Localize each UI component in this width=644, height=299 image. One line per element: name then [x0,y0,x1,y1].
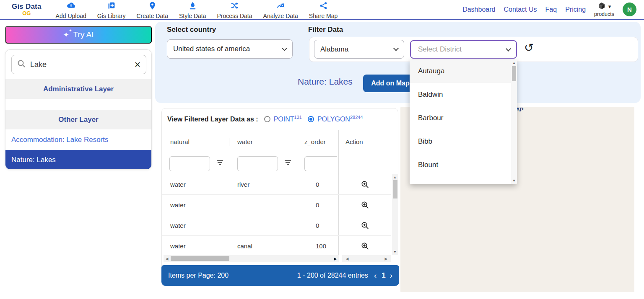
radio-polygon-label: POLYGON28244 [317,115,363,123]
col-water[interactable]: water [237,138,253,145]
scroll-thumb[interactable] [171,256,229,261]
filtered-data-table: View Filtered Layer Data as : POINT131 P… [161,108,398,286]
district-option-autauga[interactable]: Autauga [410,59,511,83]
filter-input-z-order[interactable] [304,156,337,171]
share-icon [319,1,328,12]
zoom-in-icon[interactable] [338,174,391,194]
process-arrows-icon [230,1,239,12]
nav-link-faq[interactable]: Faq [545,6,557,13]
nav-link-dashboard[interactable]: Dashboard [462,6,495,13]
nav-share-map[interactable]: Share Map [309,0,338,19]
nav-label: Style Data [179,13,206,19]
nav-link-contact-us[interactable]: Contact Us [504,6,537,13]
district-option-barbour[interactable]: Barbour [410,106,511,130]
scroll-right-icon[interactable]: ▶ [332,257,339,261]
table-cell: 0 [316,174,319,194]
table-cell: 100 [316,236,326,255]
district-option-bibb[interactable]: Bibb [410,130,511,153]
text-cursor [417,45,417,54]
col-natural[interactable]: natural [170,138,190,145]
zoom-in-icon[interactable] [338,236,391,255]
dropdown-scrollbar[interactable]: ▲ ▼ [511,59,517,184]
chevron-down-icon [506,46,511,52]
country-select[interactable]: United states of america [167,39,293,59]
district-placeholder: Select District [418,45,462,54]
table-row: water0 [162,195,391,215]
table-row: water0 [162,215,391,236]
scroll-left-icon[interactable]: ◀ [344,257,351,261]
action-scrollbar[interactable]: ◀ ▶ [342,255,391,262]
chevron-down-icon [282,46,287,51]
nav-analyze-data[interactable]: Analyze Data [263,0,298,19]
user-avatar[interactable]: N [623,3,636,16]
chevron-down-icon: ▾ [608,4,611,9]
products-menu[interactable]: ▾ products [594,2,614,17]
nav-style-data[interactable]: Style Data [179,0,206,19]
state-value: Alabama [320,45,348,54]
next-page-icon[interactable]: › [390,271,392,280]
table-cell: river [237,174,249,194]
scroll-up-icon[interactable]: ▲ [392,175,398,179]
header-divider [229,138,229,146]
nav-right: Dashboard Contact Us Faq Pricing ▾ produ… [462,2,644,17]
section-administrative-layer: Administrative Layer [5,79,151,99]
scroll-up-icon[interactable]: ▲ [511,61,517,65]
scroll-down-icon[interactable]: ▼ [511,179,517,183]
radio-point-label: POINT131 [274,115,302,123]
active-layer-title: Nature: Lakes [298,77,353,87]
scroll-right-icon[interactable]: ▶ [383,257,390,261]
layer-search-input[interactable] [30,60,130,69]
district-select[interactable]: Select District [410,40,517,59]
nav-label: Add Upload [56,13,86,19]
header-divider [297,138,297,146]
nav-label: Create Data [136,13,168,19]
table-vertical-scrollbar[interactable]: ▲ ▼ [392,174,398,255]
top-navbar: Gis Data MAPOG Add Upload Gis Library Cr… [0,0,644,20]
nav-label: Gis Library [97,13,126,19]
filter-input-natural[interactable] [169,156,210,171]
try-ai-button[interactable]: ✦✦ Try AI [5,26,152,44]
nav-add-upload[interactable]: Add Upload [56,0,86,19]
filter-funnel-icon[interactable] [284,160,291,166]
items-per-page: Items per Page: 200 [168,272,229,279]
table-cell: water [170,174,186,194]
current-page[interactable]: 1 [382,271,385,280]
district-dropdown: AutaugaBaldwinBarbourBibbBlount ▲ ▼ [410,59,517,184]
table-horizontal-scrollbar[interactable]: ◀ ▶ [164,255,339,262]
col-z-order[interactable]: z_order [304,138,326,145]
col-action: Action [345,138,363,145]
radio-point[interactable]: POINT131 [264,115,302,123]
district-dropdown-list: AutaugaBaldwinBarbourBibbBlount [410,59,517,177]
nav-gis-library[interactable]: Gis Library [97,0,126,19]
clear-search-icon[interactable]: ✕ [134,60,141,70]
layer-item-nature-lakes[interactable]: Nature: Lakes [5,150,151,170]
scroll-down-icon[interactable]: ▼ [392,250,398,254]
table-filter-row [162,153,398,174]
table-cell: 0 [316,215,319,235]
app-logo[interactable]: Gis Data MAPOG [12,3,42,16]
scroll-left-icon[interactable]: ◀ [164,257,170,261]
filter-data-label: Filter Data [308,26,343,34]
zoom-in-icon[interactable] [338,215,391,235]
chevron-down-icon [393,46,399,51]
nav-process-data[interactable]: Process Data [217,0,252,19]
radio-polygon[interactable]: POLYGON28244 [308,115,363,123]
district-option-baldwin[interactable]: Baldwin [410,83,511,106]
filter-data-group: Alabama Select District ↺ [309,37,638,62]
layer-item-lake-resorts[interactable]: Accommodation: Lake Resorts [5,130,151,150]
filter-funnel-icon[interactable] [216,160,223,166]
nav-create-data[interactable]: Create Data [136,0,168,19]
scroll-thumb[interactable] [393,180,397,198]
ink-drop-icon [188,1,197,12]
nav-link-pricing[interactable]: Pricing [565,6,586,13]
state-select[interactable]: Alabama [314,40,404,59]
scroll-thumb[interactable] [512,66,516,81]
entries-range: 1 - 200 of 28244 entries [297,272,368,279]
filter-input-water[interactable] [237,156,278,171]
table-header-row: natural water z_order Action [162,130,398,153]
district-option-blount[interactable]: Blount [410,153,511,177]
logo-line1: Gis Data [12,3,42,10]
zoom-in-icon[interactable] [338,195,391,215]
reset-icon[interactable]: ↺ [524,42,534,54]
prev-page-icon[interactable]: ‹ [374,271,377,280]
